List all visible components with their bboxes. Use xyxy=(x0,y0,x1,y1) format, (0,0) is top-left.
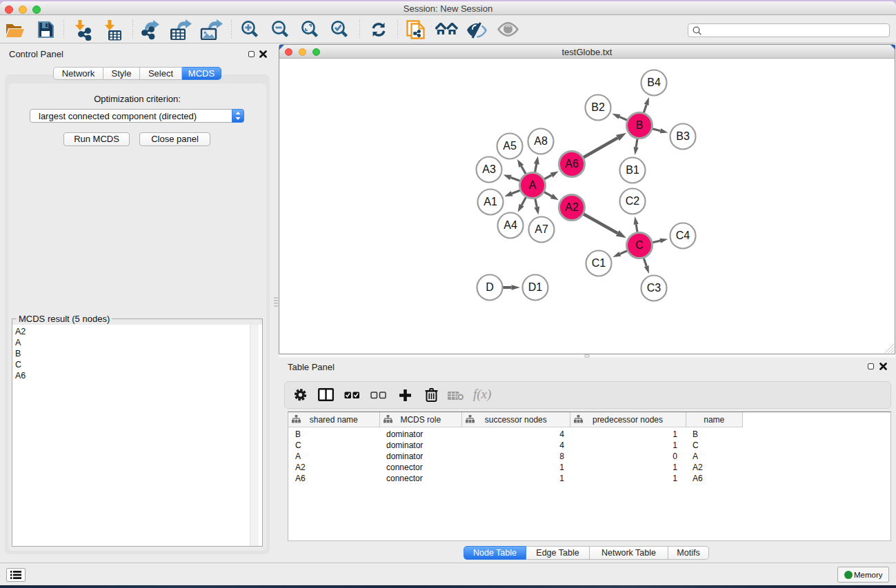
svg-text:B2: B2 xyxy=(591,101,605,113)
svg-text:D: D xyxy=(486,281,494,293)
svg-text:A7: A7 xyxy=(535,223,548,235)
svg-text:C1: C1 xyxy=(592,257,606,269)
svg-text:A1: A1 xyxy=(484,196,497,207)
svg-text:D1: D1 xyxy=(528,281,543,293)
svg-text:A6: A6 xyxy=(565,158,579,170)
svg-text:A4: A4 xyxy=(504,219,517,231)
svg-text:B1: B1 xyxy=(626,164,639,176)
svg-text:B4: B4 xyxy=(647,77,661,88)
svg-text:C2: C2 xyxy=(626,195,640,207)
svg-text:C: C xyxy=(635,239,644,251)
svg-text:A5: A5 xyxy=(503,140,517,152)
svg-text:C3: C3 xyxy=(647,282,661,294)
svg-text:A2: A2 xyxy=(565,201,579,213)
svg-text:B3: B3 xyxy=(676,130,690,142)
svg-text:B: B xyxy=(636,119,644,131)
svg-text:A8: A8 xyxy=(534,135,548,147)
svg-text:A: A xyxy=(529,179,537,191)
svg-text:A3: A3 xyxy=(482,163,496,175)
svg-text:C4: C4 xyxy=(676,230,690,241)
